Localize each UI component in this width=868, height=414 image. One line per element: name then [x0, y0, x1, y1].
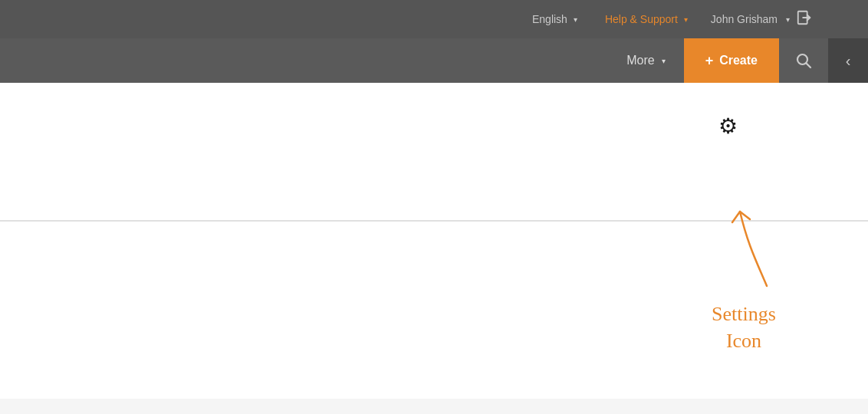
language-label: English [532, 13, 567, 25]
user-menu[interactable]: John Grisham ▾ [702, 9, 822, 30]
more-label: More [626, 54, 654, 67]
help-support-menu[interactable]: Help & Support ▾ [591, 0, 702, 38]
language-chevron: ▾ [574, 15, 577, 24]
svg-line-3 [807, 64, 811, 68]
user-chevron: ▾ [786, 15, 790, 24]
top-bar-primary: English ▾ Help & Support ▾ John Grisham … [0, 0, 868, 38]
gear-icon[interactable]: ⚙ [718, 114, 738, 138]
more-chevron: ▾ [662, 57, 666, 65]
bottom-content-area [0, 221, 868, 399]
search-icon [794, 51, 813, 70]
create-label: Create [719, 54, 758, 67]
create-plus-icon: + [705, 53, 714, 69]
search-button[interactable] [779, 38, 828, 83]
top-bar-secondary: More ▾ + Create ‹ [0, 38, 868, 83]
more-menu[interactable]: More ▾ [608, 38, 683, 83]
help-support-chevron: ▾ [684, 15, 688, 24]
settings-icon-wrapper: ⚙ [718, 113, 738, 139]
collapse-button[interactable]: ‹ [828, 38, 868, 83]
language-selector[interactable]: English ▾ [518, 0, 591, 38]
user-name-label: John Grisham [711, 13, 778, 25]
content-area: ⚙ [0, 83, 868, 221]
collapse-icon: ‹ [846, 52, 851, 70]
help-support-label: Help & Support [605, 13, 678, 25]
logout-icon[interactable] [796, 9, 813, 30]
create-button[interactable]: + Create [684, 38, 779, 83]
